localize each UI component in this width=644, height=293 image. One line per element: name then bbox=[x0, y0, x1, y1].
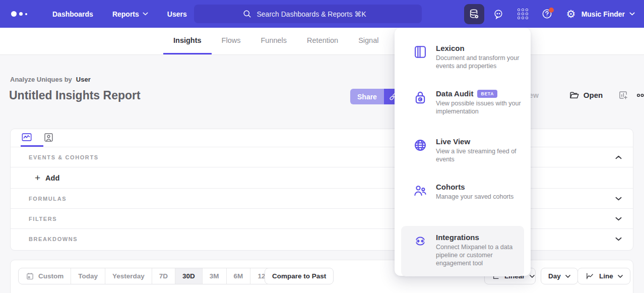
chevron-down-icon bbox=[530, 275, 535, 278]
top-navigation: Dashboards Reports Users bbox=[0, 0, 644, 28]
global-search[interactable] bbox=[194, 5, 422, 23]
messages-button[interactable] bbox=[488, 4, 508, 24]
header-actions: New Open bbox=[524, 90, 644, 100]
compare-to-past-button[interactable]: Compare to Past bbox=[265, 268, 334, 284]
tab-insights[interactable]: Insights bbox=[163, 28, 212, 54]
apps-button[interactable] bbox=[512, 4, 533, 24]
nav-item-reports[interactable]: Reports bbox=[112, 10, 148, 18]
line-chart-icon bbox=[585, 272, 595, 280]
tab-signal[interactable]: Signal bbox=[348, 28, 389, 54]
range-yesterday[interactable]: Yesterday bbox=[105, 268, 152, 284]
database-gear-icon bbox=[469, 9, 480, 20]
range-3m[interactable]: 3M bbox=[203, 268, 227, 284]
range-7d[interactable]: 7D bbox=[152, 268, 175, 284]
folder-icon bbox=[569, 90, 579, 100]
section-breakdowns[interactable]: BREAKDOWNS bbox=[11, 229, 633, 249]
share-button[interactable]: Share bbox=[350, 89, 384, 104]
range-custom[interactable]: Custom bbox=[19, 268, 71, 284]
person-tab-icon bbox=[43, 132, 54, 143]
search-input[interactable] bbox=[257, 10, 374, 18]
range-6m[interactable]: 6M bbox=[227, 268, 251, 284]
section-label: BREAKDOWNS bbox=[29, 236, 78, 242]
nav-item-dashboards[interactable]: Dashboards bbox=[52, 10, 93, 18]
line-chart-tab-icon bbox=[21, 132, 33, 143]
breadcrumb: Analyze Uniques byUser bbox=[10, 76, 91, 83]
more-options-button[interactable] bbox=[636, 93, 644, 97]
mixpanel-logo-icon[interactable] bbox=[11, 11, 33, 17]
chart-type-dropdown[interactable]: Line bbox=[577, 268, 630, 284]
search-icon bbox=[242, 9, 252, 19]
range-today[interactable]: Today bbox=[71, 268, 105, 284]
chart-toolbar-card: Custom Today Yesterday 7D 30D 3M 6M 12M … bbox=[10, 260, 633, 293]
chart-add-icon bbox=[618, 90, 628, 100]
chevron-down-icon bbox=[629, 12, 635, 16]
help-button[interactable] bbox=[537, 4, 557, 24]
menu-item-data-audit[interactable]: Data Audit BETA View possible issues wit… bbox=[395, 86, 531, 134]
tab-flows[interactable]: Flows bbox=[212, 28, 251, 54]
live-view-globe-icon bbox=[413, 138, 427, 152]
date-range-segmented-control: Custom Today Yesterday 7D 30D 3M 6M 12M bbox=[18, 268, 279, 284]
cohorts-people-icon bbox=[413, 184, 427, 198]
integrations-sync-icon bbox=[413, 234, 427, 248]
section-events-cohorts[interactable]: EVENTS & COHORTS bbox=[11, 147, 633, 167]
breadcrumb-value[interactable]: User bbox=[76, 76, 91, 83]
calendar-icon bbox=[26, 272, 34, 280]
add-to-dashboard-button[interactable] bbox=[618, 90, 628, 100]
message-bubble-icon bbox=[493, 9, 504, 20]
chevron-up-icon[interactable] bbox=[615, 155, 622, 159]
interval-dropdown[interactable]: Day bbox=[541, 268, 578, 284]
add-event-button[interactable]: + Add bbox=[35, 173, 59, 183]
gear-icon: ⚙ bbox=[566, 9, 576, 19]
chevron-down-icon bbox=[618, 275, 623, 278]
apps-grid-icon bbox=[518, 9, 528, 19]
tab-retention[interactable]: Retention bbox=[297, 28, 348, 54]
report-tabbar: Insights Flows Funnels Retention Signal … bbox=[0, 28, 644, 55]
beta-badge: BETA bbox=[477, 90, 497, 98]
chevron-down-icon bbox=[143, 12, 148, 16]
menu-item-lexicon[interactable]: Lexicon Document and transform your even… bbox=[395, 41, 531, 86]
events-cohorts-body: + Add bbox=[11, 167, 633, 189]
range-30d[interactable]: 30D bbox=[175, 268, 203, 284]
app-screen: Dashboards Reports Users bbox=[0, 0, 644, 293]
section-label: FILTERS bbox=[29, 216, 57, 222]
workspace-switcher[interactable]: Music Finder bbox=[582, 0, 635, 28]
page-title[interactable]: Untitled Insights Report bbox=[9, 89, 141, 102]
menu-item-live-view[interactable]: Live View View a live streaming feed of … bbox=[395, 134, 531, 180]
query-builder-card: EVENTS & COHORTS + Add FORMULAS FILTERS … bbox=[10, 129, 633, 251]
data-audit-lock-icon bbox=[413, 90, 427, 104]
nav-icon-group: ⚙ bbox=[464, 0, 581, 28]
menu-item-integrations[interactable]: Integrations Connect Mixpanel to a data … bbox=[401, 226, 524, 276]
chevron-down-icon[interactable] bbox=[615, 237, 622, 241]
section-label: FORMULAS bbox=[29, 196, 67, 202]
tab-funnels[interactable]: Funnels bbox=[250, 28, 297, 54]
tab-events-chart[interactable] bbox=[21, 129, 43, 147]
section-filters[interactable]: FILTERS bbox=[11, 209, 633, 229]
chevron-down-icon[interactable] bbox=[615, 217, 622, 221]
data-management-button[interactable] bbox=[464, 4, 484, 24]
settings-button[interactable]: ⚙ bbox=[561, 4, 581, 24]
more-dots-icon bbox=[636, 93, 644, 97]
lexicon-book-icon bbox=[413, 45, 427, 59]
menu-item-cohorts[interactable]: Cohorts Manage your saved cohorts bbox=[395, 180, 531, 226]
section-label: EVENTS & COHORTS bbox=[29, 154, 99, 160]
chevron-down-icon bbox=[565, 275, 570, 278]
nav-item-users[interactable]: Users bbox=[167, 10, 187, 18]
notification-dot bbox=[549, 8, 554, 13]
builder-mode-tabs bbox=[11, 129, 633, 147]
tab-user-profiles[interactable] bbox=[43, 129, 66, 147]
data-management-dropdown: Lexicon Document and transform your even… bbox=[395, 28, 531, 276]
chevron-down-icon[interactable] bbox=[615, 197, 622, 201]
workspace-name: Music Finder bbox=[582, 10, 625, 18]
section-formulas[interactable]: FORMULAS bbox=[11, 189, 633, 209]
plus-icon: + bbox=[35, 173, 40, 183]
open-report-button[interactable]: Open bbox=[569, 90, 603, 100]
